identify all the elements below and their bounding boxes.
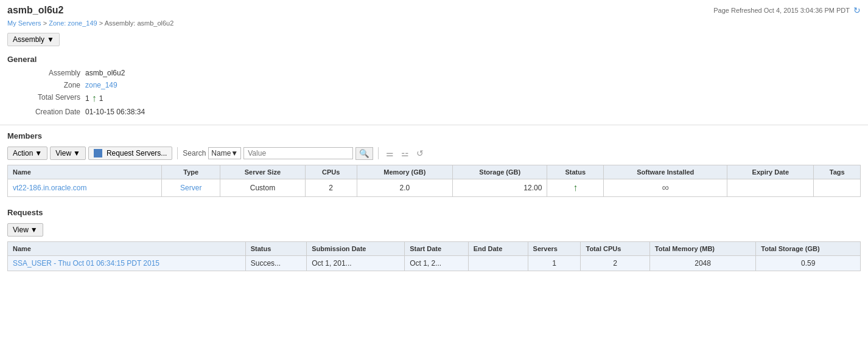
request-servers-button[interactable]: Request Servers... [88,147,172,160]
infinity-icon: ∞ [662,182,669,193]
total-servers-label: Total Servers [13,92,80,105]
members-table-header: Name Type Server Size CPUs Memory (GB) S… [8,165,861,179]
req-table-row: SSA_USER - Thu Oct 01 06:34:15 PDT 2015 … [8,256,861,271]
assembly-dropdown-button[interactable]: Assembly ▼ [7,33,60,46]
servers-up-icon: ↑ [92,93,97,104]
search-icon: 🔍 [359,149,369,158]
assembly-menu: Assembly ▼ [0,30,868,51]
members-toolbar: Action ▼ View ▼ Request Servers... Searc… [7,144,861,162]
req-row-total-memory: 2048 [649,256,755,271]
req-row-status: Succes... [245,256,306,271]
breadcrumb-assembly: Assembly: asmb_ol6u2 [105,19,174,27]
col-server-size: Server Size [220,165,306,179]
toolbar-action-icon-1[interactable]: ⚌ [383,147,396,159]
col-expiry: Expiry Date [727,165,814,179]
col-type: Type [162,165,220,179]
requests-view-dropdown-icon: ▼ [30,226,38,234]
members-section: Members Action ▼ View ▼ Request Servers.… [0,129,868,199]
req-col-total-cpus: Total CPUs [581,242,649,256]
view-button[interactable]: View ▼ [50,147,86,160]
action-dropdown-icon: ▼ [35,149,42,157]
req-row-end [468,256,528,271]
req-row-total-storage: 0.59 [756,256,861,271]
name-dropdown-icon: ▼ [231,149,238,157]
req-col-status: Status [245,242,306,256]
zone-link[interactable]: zone_149 [85,81,117,89]
row-name: vt22-186.in.oracle.com [8,179,162,197]
requests-toolbar: View ▼ [7,221,861,239]
col-software: Software Installed [604,165,727,179]
breadcrumb-my-servers[interactable]: My Servers [7,19,41,27]
row-storage: 12.00 [453,179,547,197]
search-submit-button[interactable]: 🔍 [355,147,373,160]
status-up-icon: ↑ [573,182,578,193]
row-software: ∞ [604,179,727,197]
req-col-name: Name [8,242,246,256]
row-status: ↑ [547,179,604,197]
req-name-link[interactable]: SSA_USER - Thu Oct 01 06:34:15 PDT 2015 [13,259,159,268]
req-row-submission: Oct 1, 201... [307,256,405,271]
breadcrumb-zone[interactable]: Zone: zone_149 [49,19,97,27]
assembly-label: Assembly [13,67,80,78]
requests-table: Name Status Submission Date Start Date E… [7,241,861,271]
req-col-end: End Date [468,242,528,256]
search-value-input[interactable] [243,147,353,159]
req-row-name: SSA_USER - Thu Oct 01 06:34:15 PDT 2015 [8,256,246,271]
toolbar-action-icon-3[interactable]: ↺ [414,147,426,159]
toolbar-separator-2 [378,147,379,159]
request-icon [94,149,102,157]
requests-view-button[interactable]: View ▼ [7,223,43,237]
creation-date-value: 01-10-15 06:38:34 [85,106,861,117]
page-title: asmb_ol6u2 [7,5,63,16]
toolbar-separator [177,147,178,159]
col-tags: Tags [814,165,861,179]
row-server-size: Custom [220,179,306,197]
zone-value: zone_149 [85,80,861,91]
creation-date-label: Creation Date [13,106,80,117]
search-label: Search [183,149,206,157]
row-memory: 2.0 [357,179,453,197]
col-memory: Memory (GB) [357,165,453,179]
page-header: asmb_ol6u2 Page Refreshed Oct 4, 2015 3:… [0,0,868,18]
table-row: vt22-186.in.oracle.com Server Custom 2 2… [8,179,861,197]
requests-section: Requests View ▼ Name Status Submission D… [0,204,868,275]
req-col-total-storage: Total Storage (GB) [756,242,861,256]
toolbar-action-icon-2[interactable]: ⚍ [399,147,411,159]
req-col-servers: Servers [528,242,581,256]
action-button[interactable]: Action ▼ [7,147,47,160]
requests-title: Requests [7,208,861,217]
req-col-submission: Submission Date [307,242,405,256]
col-storage: Storage (GB) [453,165,547,179]
col-cpus: CPUs [305,165,357,179]
row-expiry [727,179,814,197]
general-grid: Assembly asmb_ol6u2 Zone zone_149 Total … [13,67,861,117]
members-table: Name Type Server Size CPUs Memory (GB) S… [7,165,861,197]
req-row-servers: 1 [528,256,581,271]
req-row-total-cpus: 2 [581,256,649,271]
req-col-total-memory: Total Memory (MB) [649,242,755,256]
row-tags [814,179,861,197]
general-title: General [7,55,861,64]
search-name-dropdown[interactable]: Name ▼ [208,147,241,159]
req-row-start: Oct 1, 2... [405,256,469,271]
server-link[interactable]: vt22-186.in.oracle.com [13,184,86,192]
row-type: Server [162,179,220,197]
zone-label: Zone [13,80,80,91]
refresh-text: Page Refreshed Oct 4, 2015 3:04:36 PM PD… [713,7,850,14]
breadcrumb: My Servers > Zone: zone_149 > Assembly: … [0,18,868,30]
view-dropdown-icon: ▼ [73,149,80,157]
row-cpus: 2 [305,179,357,197]
req-col-start: Start Date [405,242,469,256]
assembly-dropdown-icon: ▼ [47,35,54,44]
type-link[interactable]: Server [180,184,201,192]
members-title: Members [7,131,861,140]
total-servers-value: 1 ↑ 1 [85,92,861,105]
requests-table-header: Name Status Submission Date Start Date E… [8,242,861,256]
col-status: Status [547,165,604,179]
general-section: General Assembly asmb_ol6u2 Zone zone_14… [0,51,868,121]
refresh-icon[interactable]: ↻ [853,5,861,15]
col-name: Name [8,165,162,179]
assembly-value: asmb_ol6u2 [85,67,861,78]
